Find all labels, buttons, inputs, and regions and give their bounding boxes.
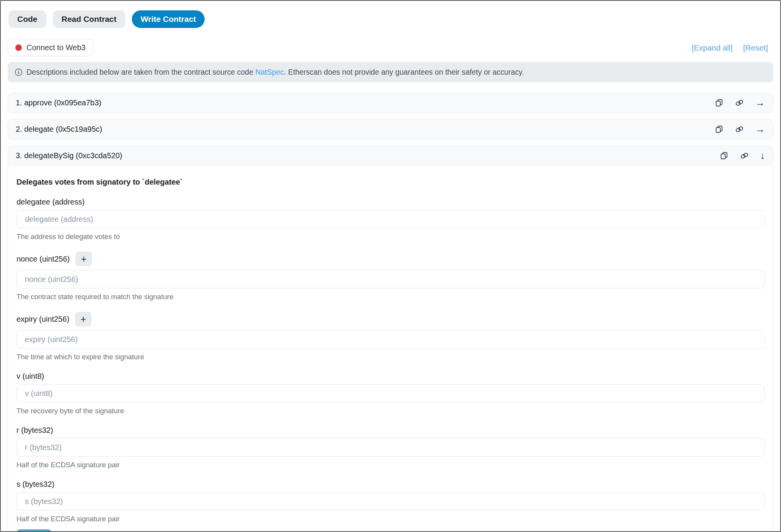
field-label-row: delegatee (address) — [16, 198, 765, 206]
field-input[interactable] — [16, 330, 765, 349]
info-icon — [15, 68, 23, 76]
connect-to-web3-label: Connect to Web3 — [26, 43, 85, 52]
field-helper: The address to delegate votes to — [16, 232, 765, 241]
expand-all-link[interactable]: [Expand all] — [692, 43, 733, 52]
field-group: delegatee (address) The address to deleg… — [16, 198, 765, 241]
field-label-row: nonce (uint256) + — [16, 252, 765, 266]
function-card: 3. delegateBySig (0xc3cda520) — [8, 146, 773, 532]
field-helper: Half of the ECDSA signature pair — [16, 461, 765, 469]
function-header[interactable]: 3. delegateBySig (0xc3cda520) — [8, 146, 773, 165]
toolbar-links: [Expand all] [Reset] — [692, 43, 773, 52]
functions-accordion: 1. approve (0x095ea7b3) — [8, 93, 773, 532]
function-title: 1. approve (0x095ea7b3) — [16, 98, 102, 107]
status-dot-icon — [15, 44, 22, 51]
reset-link[interactable]: [Reset] — [743, 43, 768, 52]
field-input[interactable] — [16, 270, 765, 288]
plus-icon: + — [81, 254, 87, 264]
function-description: Delegates votes from signatory to `deleg… — [16, 177, 765, 187]
field-helper: The contract state required to match the… — [16, 293, 765, 301]
copy-icon[interactable] — [715, 98, 724, 107]
toolbar-row: Connect to Web3 [Expand all] [Reset] — [8, 39, 773, 56]
function-body: Delegates votes from signatory to `deleg… — [8, 165, 773, 532]
copy-icon[interactable] — [720, 151, 728, 160]
field-label: delegatee (address) — [16, 198, 85, 206]
field-helper: The time at which to expire the signatur… — [16, 353, 765, 361]
function-header[interactable]: 1. approve (0x095ea7b3) — [8, 93, 773, 113]
tab-write-contract[interactable]: Write Contract — [132, 10, 205, 28]
field-helper: Half of the ECDSA signature pair — [16, 515, 765, 523]
field-input[interactable] — [16, 384, 765, 403]
collapse-arrow-icon[interactable]: ↓ — [760, 151, 765, 160]
link-icon[interactable] — [740, 151, 749, 160]
write-contract-page: Code Read Contract Write Contract Connec… — [1, 1, 780, 532]
field-label: expiry (uint256) — [16, 315, 69, 323]
function-fields: delegatee (address) The address to deleg… — [16, 198, 765, 523]
function-header-icons: ↓ — [720, 151, 765, 160]
browser-window: Code Read Contract Write Contract Connec… — [0, 0, 781, 532]
field-label: nonce (uint256) — [16, 255, 70, 263]
field-label: v (uint8) — [16, 372, 44, 380]
field-input[interactable] — [16, 210, 765, 228]
tab-read-contract[interactable]: Read Contract — [53, 10, 126, 28]
function-header[interactable]: 2. delegate (0x5c19a95c) — [8, 119, 773, 139]
link-icon[interactable] — [735, 124, 744, 134]
function-title: 3. delegateBySig (0xc3cda520) — [16, 151, 122, 160]
function-header-icons: → — [715, 98, 765, 108]
natspec-disclaimer-banner: Descriptions included below are taken fr… — [8, 62, 773, 82]
connect-to-web3-button[interactable]: Connect to Web3 — [8, 39, 93, 56]
field-label-row: s (bytes32) — [16, 480, 765, 488]
banner-text: Descriptions included below are taken fr… — [26, 68, 524, 77]
copy-icon[interactable] — [715, 125, 724, 134]
function-card: 1. approve (0x095ea7b3) — [8, 93, 773, 113]
field-label-row: expiry (uint256) + — [16, 312, 765, 326]
link-icon[interactable] — [735, 98, 744, 108]
field-label-row: v (uint8) — [16, 372, 765, 380]
function-header-icons: → — [715, 124, 765, 134]
expand-arrow-icon[interactable]: → — [755, 98, 765, 108]
field-group: v (uint8) The recovery byte of the signa… — [16, 372, 765, 415]
field-group: s (bytes32) Half of the ECDSA signature … — [16, 480, 765, 523]
tab-code[interactable]: Code — [8, 10, 46, 28]
plus-icon: + — [80, 314, 86, 324]
field-helper: The recovery byte of the signature — [16, 407, 765, 415]
write-button[interactable]: Write — [16, 529, 52, 532]
field-input[interactable] — [16, 438, 765, 457]
field-input[interactable] — [16, 492, 765, 511]
add-value-button[interactable]: + — [75, 312, 92, 326]
natspec-link[interactable]: NatSpec — [255, 68, 284, 76]
function-title: 2. delegate (0x5c19a95c) — [16, 125, 102, 134]
function-card: 2. delegate (0x5c19a95c) — [8, 119, 773, 139]
field-group: expiry (uint256) + The time at which to … — [16, 312, 765, 361]
field-label: r (bytes32) — [16, 426, 53, 434]
add-value-button[interactable]: + — [75, 252, 92, 266]
field-label-row: r (bytes32) — [16, 426, 765, 434]
contract-tabs: Code Read Contract Write Contract — [8, 10, 773, 28]
expand-arrow-icon[interactable]: → — [755, 124, 765, 134]
field-label: s (bytes32) — [16, 480, 54, 488]
field-group: r (bytes32) Half of the ECDSA signature … — [16, 426, 765, 469]
field-group: nonce (uint256) + The contract state req… — [16, 252, 765, 301]
